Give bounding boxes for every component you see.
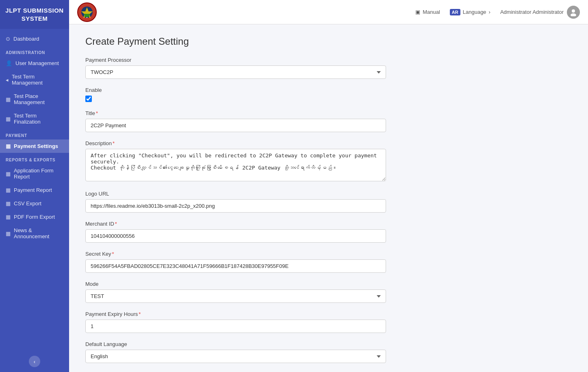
- enable-check: [85, 96, 386, 102]
- sidebar-collapse: ‹: [0, 351, 69, 372]
- svg-text:▲: ▲: [86, 16, 88, 18]
- svg-point-5: [572, 9, 575, 13]
- enable-checkbox[interactable]: [85, 96, 92, 102]
- enable-label: Enable: [85, 87, 386, 93]
- csv-export-icon: ▦: [6, 200, 11, 207]
- payment-settings-icon: ▦: [6, 143, 11, 149]
- title-input[interactable]: [85, 119, 386, 132]
- header-logo: ▲: [77, 2, 97, 22]
- user-avatar: [567, 6, 580, 19]
- merchant-id-label: Merchant ID*: [85, 221, 386, 227]
- sidebar-item-payment-report[interactable]: ▦ Payment Report: [0, 183, 69, 197]
- expiry-hours-input[interactable]: [85, 320, 386, 333]
- default-language-group: Default Language English Myanmar: [85, 341, 386, 363]
- language-selector[interactable]: AR Language ›: [450, 9, 490, 15]
- title-group: Title*: [85, 110, 386, 132]
- sidebar-nav: ⊙ Dashboard ADMINISTRATION 👤 User Manage…: [0, 29, 69, 351]
- finalization-icon: ▦: [6, 116, 11, 122]
- logo-url-label: Logo URL: [85, 191, 386, 197]
- language-badge: AR: [450, 9, 460, 15]
- mode-group: Mode TEST PRODUCTION: [85, 281, 386, 303]
- svg-point-6: [571, 13, 576, 16]
- title-label: Title*: [85, 110, 386, 116]
- content-area: Create Payment Setting Payment Processor…: [69, 24, 588, 372]
- secret-key-label: Secret Key*: [85, 251, 386, 257]
- sidebar-item-application-form-report[interactable]: ▦ Application Form Report: [0, 164, 69, 183]
- merchant-id-group: Merchant ID*: [85, 221, 386, 243]
- sidebar-item-pdf-form-export[interactable]: ▦ PDF Form Export: [0, 210, 69, 224]
- enable-group: Enable: [85, 87, 386, 102]
- default-language-label: Default Language: [85, 341, 386, 347]
- news-icon: ▦: [6, 231, 11, 237]
- sidebar-section-payment: PAYMENT: [0, 128, 69, 139]
- description-group: Description* After clicking "Checkout", …: [85, 140, 386, 183]
- collapse-button[interactable]: ‹: [29, 356, 40, 367]
- sidebar: JLPT SUBMISSION SYSTEM ⊙ Dashboard ADMIN…: [0, 0, 69, 372]
- form-container: Create Payment Setting Payment Processor…: [85, 36, 386, 372]
- sidebar-item-test-term-management[interactable]: ◂ Test Term Management: [0, 70, 69, 89]
- logo-image: ▲: [77, 2, 97, 22]
- app-form-report-icon: ▦: [6, 171, 11, 177]
- sidebar-item-news-announcement[interactable]: ▦ News & Announcement: [0, 224, 69, 243]
- chevron-right-icon: ›: [489, 9, 490, 15]
- user-menu[interactable]: Administrator Administrator: [500, 6, 580, 19]
- sidebar-section-administration: ADMINISTRATION: [0, 46, 69, 57]
- expiry-hours-group: Payment Expiry Hours*: [85, 311, 386, 333]
- manual-link[interactable]: ▣ Manual: [415, 9, 440, 15]
- description-label: Description*: [85, 140, 386, 146]
- main-wrapper: ▲ ▣ Manual AR Language › Administrator A…: [69, 0, 588, 372]
- app-title: JLPT SUBMISSION SYSTEM: [0, 0, 69, 29]
- header: ▲ ▣ Manual AR Language › Administrator A…: [69, 0, 588, 24]
- sidebar-item-test-term-finalization[interactable]: ▦ Test Term Finalization: [0, 109, 69, 128]
- description-textarea[interactable]: After clicking "Checkout", you will be r…: [85, 149, 386, 181]
- secret-key-input[interactable]: [85, 259, 386, 273]
- test-place-icon: ▦: [6, 96, 11, 102]
- expiry-hours-label: Payment Expiry Hours*: [85, 311, 386, 317]
- manual-icon: ▣: [415, 9, 420, 15]
- payment-processor-select[interactable]: TWOC2P: [85, 65, 386, 79]
- default-language-select[interactable]: English Myanmar: [85, 350, 386, 363]
- test-term-icon: ◂: [6, 77, 9, 83]
- secret-key-group: Secret Key*: [85, 251, 386, 273]
- merchant-id-input[interactable]: [85, 229, 386, 243]
- logo-url-input[interactable]: [85, 199, 386, 213]
- sidebar-item-payment-settings[interactable]: ▦ Payment Settings: [0, 139, 69, 153]
- logo-url-group: Logo URL: [85, 191, 386, 213]
- mode-label: Mode: [85, 281, 386, 287]
- sidebar-item-csv-export[interactable]: ▦ CSV Export: [0, 197, 69, 210]
- sidebar-item-dashboard[interactable]: ⊙ Dashboard: [0, 32, 69, 46]
- sidebar-item-test-place-management[interactable]: ▦ Test Place Management: [0, 89, 69, 109]
- page-title: Create Payment Setting: [85, 36, 386, 47]
- dashboard-icon: ⊙: [6, 36, 10, 42]
- pdf-export-icon: ▦: [6, 214, 11, 220]
- payment-processor-group: Payment Processor TWOC2P: [85, 57, 386, 79]
- payment-processor-label: Payment Processor: [85, 57, 386, 63]
- user-name: Administrator Administrator: [500, 9, 564, 15]
- sidebar-item-user-management[interactable]: 👤 User Management: [0, 57, 69, 70]
- user-icon: 👤: [6, 60, 12, 66]
- payment-report-icon: ▦: [6, 187, 11, 193]
- mode-select[interactable]: TEST PRODUCTION: [85, 289, 386, 303]
- sidebar-section-reports: REPORTS & EXPORTS: [0, 153, 69, 164]
- header-right: ▣ Manual AR Language › Administrator Adm…: [415, 6, 580, 19]
